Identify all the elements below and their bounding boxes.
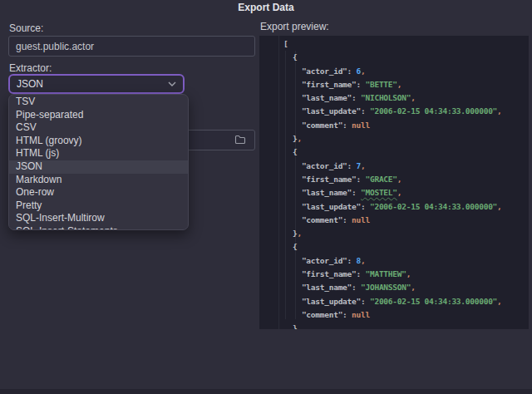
- extractor-selected-value: JSON: [17, 78, 43, 90]
- code-line: [: [283, 37, 529, 51]
- dropdown-item[interactable]: One-row: [9, 186, 188, 199]
- code-line: "last_name": "MOSTEL",: [283, 186, 529, 199]
- code-line: "last_name": "NICHOLSON",: [283, 91, 529, 105]
- dropdown-item[interactable]: CSV: [9, 121, 188, 135]
- extractor-combobox[interactable]: JSON: [8, 74, 185, 94]
- dialog-title: Export Data: [0, 2, 532, 13]
- dropdown-item[interactable]: HTML (groovy): [9, 135, 188, 148]
- dropdown-item[interactable]: JSON: [9, 160, 188, 174]
- code-line: "last_update": "2006-02-15 04:34:33.0000…: [283, 295, 529, 308]
- editor-gutter: [259, 36, 279, 329]
- export-preview-label: Export preview:: [260, 21, 329, 32]
- dropdown-item[interactable]: SQL-Insert-Multirow: [9, 212, 188, 225]
- code-line: "first_name": "BETTE",: [283, 78, 529, 91]
- export-preview-editor[interactable]: [ { "actor_id": 6, "first_name": "BETTE"…: [259, 36, 529, 329]
- extractor-dropdown: TSVPipe-separatedCSVHTML (groovy)HTML (j…: [8, 94, 189, 230]
- code-line: "actor_id": 6,: [283, 65, 529, 78]
- source-input[interactable]: [8, 36, 255, 57]
- code-line: "last_name": "JOHANSSON",: [283, 281, 529, 294]
- dropdown-item[interactable]: Pretty: [9, 199, 188, 213]
- code-line: "last_update": "2006-02-15 04:34:33.0000…: [283, 105, 529, 118]
- dropdown-item[interactable]: Markdown: [9, 174, 188, 187]
- code-line: "actor_id": 7,: [283, 160, 529, 173]
- code-line: },: [283, 227, 529, 240]
- dialog-footer-edge: [0, 389, 532, 394]
- source-label: Source:: [9, 22, 43, 34]
- code-line: "last_update": "2006-02-15 04:34:33.0000…: [283, 200, 529, 214]
- code-line: "actor_id": 8,: [283, 254, 529, 268]
- folder-icon[interactable]: [234, 133, 246, 148]
- code-line: "first_name": "MATTHEW",: [283, 268, 529, 281]
- dropdown-item[interactable]: Pipe-separated: [9, 109, 188, 122]
- code-line: "comment": null: [283, 308, 529, 322]
- extractor-label: Extractor:: [9, 62, 52, 74]
- code-line: {: [283, 240, 529, 254]
- code-line: "comment": null: [283, 119, 529, 132]
- code-line: "comment": null: [283, 214, 529, 227]
- dropdown-item[interactable]: TSV: [9, 96, 188, 109]
- code-line: {: [283, 51, 529, 64]
- dropdown-item[interactable]: HTML (js): [9, 147, 188, 160]
- code-content: [ { "actor_id": 6, "first_name": "BETTE"…: [283, 37, 529, 329]
- code-line: {: [283, 145, 529, 159]
- code-line: },: [283, 322, 529, 329]
- code-line: "first_name": "GRACE",: [283, 173, 529, 186]
- chevron-down-icon: [167, 78, 177, 90]
- code-line: },: [283, 132, 529, 145]
- dropdown-item[interactable]: SQL-Insert-Statements: [9, 225, 188, 230]
